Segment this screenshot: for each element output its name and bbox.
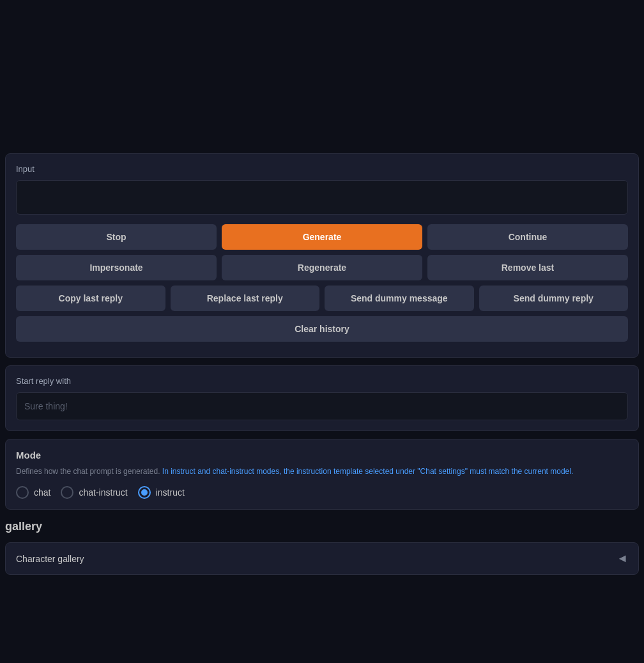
send-dummy-message-button[interactable]: Send dummy message (325, 286, 474, 311)
button-row-1: Stop Generate Continue (16, 224, 628, 250)
generate-button[interactable]: Generate (222, 224, 422, 250)
chevron-left-icon: ◄ (617, 552, 628, 565)
radio-circle-chat (16, 486, 29, 499)
radio-label-chat: chat (34, 487, 50, 498)
top-area (0, 0, 644, 153)
start-reply-label: Start reply with (16, 376, 628, 386)
mode-description-highlight: In instruct and chat-instruct modes, the… (162, 467, 574, 476)
input-label: Input (16, 164, 628, 174)
start-reply-section: Start reply with (5, 365, 639, 431)
input-section: Input Stop Generate Continue Impersonate… (5, 153, 639, 358)
gallery-title: gallery (5, 517, 639, 536)
button-row-3: Copy last reply Replace last reply Send … (16, 286, 628, 311)
replace-last-reply-button[interactable]: Replace last reply (171, 286, 320, 311)
mode-description-plain: Defines how the chat prompt is generated… (16, 467, 162, 476)
remove-last-button[interactable]: Remove last (427, 255, 628, 280)
gallery-section: gallery Character gallery ◄ (5, 517, 639, 575)
radio-circle-instruct (138, 486, 151, 499)
copy-last-reply-button[interactable]: Copy last reply (16, 286, 165, 311)
mode-description: Defines how the chat prompt is generated… (16, 466, 628, 477)
radio-label-chat-instruct: chat-instruct (79, 487, 127, 498)
gallery-bar-label: Character gallery (16, 554, 84, 564)
impersonate-button[interactable]: Impersonate (16, 255, 217, 280)
radio-circle-chat-instruct (61, 486, 73, 499)
button-row-2: Impersonate Regenerate Remove last (16, 255, 628, 280)
send-dummy-reply-button[interactable]: Send dummy reply (479, 286, 629, 311)
clear-history-button[interactable]: Clear history (16, 316, 628, 342)
mode-title: Mode (16, 450, 628, 461)
input-textarea[interactable] (16, 180, 628, 215)
mode-option-chat-instruct[interactable]: chat-instruct (61, 486, 127, 499)
mode-radio-group: chat chat-instruct instruct (16, 486, 628, 499)
mode-section: Mode Defines how the chat prompt is gene… (5, 439, 639, 510)
start-reply-input[interactable] (16, 392, 628, 420)
mode-option-instruct[interactable]: instruct (138, 486, 185, 499)
mode-option-chat[interactable]: chat (16, 486, 50, 499)
radio-label-instruct: instruct (156, 487, 185, 498)
stop-button[interactable]: Stop (16, 224, 217, 250)
continue-button[interactable]: Continue (427, 224, 628, 250)
regenerate-button[interactable]: Regenerate (222, 255, 422, 280)
gallery-bar[interactable]: Character gallery ◄ (5, 542, 639, 575)
